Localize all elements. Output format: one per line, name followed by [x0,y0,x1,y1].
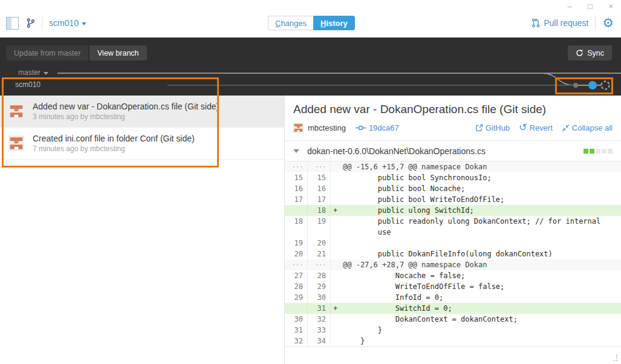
diff-row: 1920 [285,238,621,249]
diff-table: ······@@ -15,6 +15,7 @@ namespace Dokan1… [285,161,621,347]
commit-meta: 3 minutes ago by mbctesting [33,112,219,122]
diff-row: 2728 Nocache = false; [285,270,621,281]
diff-row: 1819 public readonly ulong DokanContext;… [285,216,621,238]
stat-block [596,149,600,154]
diff-hunk-row: ······@@ -27,6 +28,7 @@ namespace Dokan [285,259,621,270]
github-link[interactable]: GitHub [475,123,510,132]
commit-title: Created ini.conf file in folder Conf (Gi… [33,133,195,144]
diff-row: 2829 WriteToEndOfFile = false; [285,281,621,292]
diff-row: 1717 public bool WriteToEndOfFile; [285,194,621,205]
repository-name: scm010 [49,18,79,28]
file-diff-card: dokan-net-0.6.0\DokanNet\DokanOperations… [285,140,621,347]
graph-selected-commit-dot [588,81,597,89]
app-window-icon [6,17,19,30]
main-content: Added new var - DokanOperation.cs file (… [0,96,621,364]
avatar [8,135,24,151]
stat-block [590,149,594,154]
revert-link[interactable]: ↺ Revert [519,123,553,132]
commit-sha-link[interactable]: 19dca67 [369,123,399,132]
avatar [293,123,304,133]
master-branch-selector[interactable]: master [18,68,48,77]
branch-toolbar: Update from master View branch Sync mast… [0,37,621,96]
tab-history[interactable]: History [313,16,355,30]
diff-row: 3133 } [285,325,621,336]
view-tabs: Changes History [268,16,355,30]
gear-icon[interactable]: ⚙ [602,16,614,30]
commit-detail-panel: Added new var - DokanOperation.cs file (… [284,96,621,364]
toolbar-divider [595,16,596,30]
update-from-master-button[interactable]: Update from master [6,45,88,60]
file-path: dokan-net-0.6.0\DokanNet\DokanOperations… [307,146,486,156]
diff-row: 3234 } [285,336,621,346]
diff-stat [584,149,613,154]
close-button[interactable]: × [604,1,617,12]
repository-switcher[interactable]: scm010 [49,18,86,28]
git-commit-icon [356,125,366,131]
diff-row: 2930 InfoId = 0; [285,292,621,303]
sync-label: Sync [587,49,604,57]
view-branch-button[interactable]: View branch [89,45,147,60]
pull-request-icon [532,18,540,28]
pull-request-button[interactable]: Pull request [532,18,588,28]
tab-changes[interactable]: Changes [268,16,313,30]
maximize-button[interactable]: □ [584,1,597,12]
diff-row: 31+ SwitchId = 0; [285,303,621,314]
collapse-icon [562,124,570,132]
commit-detail-title: Added new var - DokanOperation.cs file (… [293,103,613,116]
stat-block [584,149,588,154]
stat-block [608,149,613,154]
commit-list-item[interactable]: Added new var - DokanOperation.cs file (… [0,96,284,128]
collapse-triangle-icon [293,149,299,153]
diff-hunk-row: ······@@ -15,6 +15,7 @@ namespace Dokan [285,161,621,172]
graph-commit-dot [573,83,578,88]
current-branch-label: scm010 [15,80,41,89]
app-window: { "window": {"minimize":"–","maximize":"… [0,0,621,364]
git-branch-icon [26,18,35,28]
commit-list-item[interactable]: Created ini.conf file in folder Conf (Gi… [0,128,284,160]
pull-request-label: Pull request [544,18,588,28]
stat-block [602,149,606,154]
diff-row: 1515 public bool SynchronousIo; [285,172,621,183]
minimize-button[interactable]: – [563,1,576,12]
sync-icon [576,49,584,57]
diff-row: 3032 DokanContext = dokanContext; [285,314,621,325]
graph-working-dot [602,82,610,89]
collapse-all-link[interactable]: Collapse all [562,123,613,132]
window-controls: – □ × [563,1,617,12]
resize-grip-icon[interactable] [611,355,618,362]
external-link-icon [475,124,483,132]
commit-meta: 7 minutes ago by mbctesting [33,144,195,154]
diff-row: 1616 public bool Nocache; [285,183,621,194]
chevron-down-icon [44,72,48,75]
toolbar-divider [42,16,42,30]
sync-button[interactable]: Sync [568,45,612,60]
diff-row: 18+ public ulong SwitchId; [285,205,621,216]
revert-icon: ↺ [519,123,527,132]
commit-list: Added new var - DokanOperation.cs file (… [0,96,284,364]
file-header[interactable]: dokan-net-0.6.0\DokanNet\DokanOperations… [285,141,621,161]
avatar [8,103,24,119]
diff-row: 2021 public DokanFileInfo(ulong dokanCon… [285,249,621,259]
chevron-down-icon [82,22,86,25]
commit-title: Added new var - DokanOperation.cs file (… [33,101,219,112]
top-toolbar: – □ × scm010 Changes History [0,0,621,37]
commit-author: mbctesting [308,123,346,132]
